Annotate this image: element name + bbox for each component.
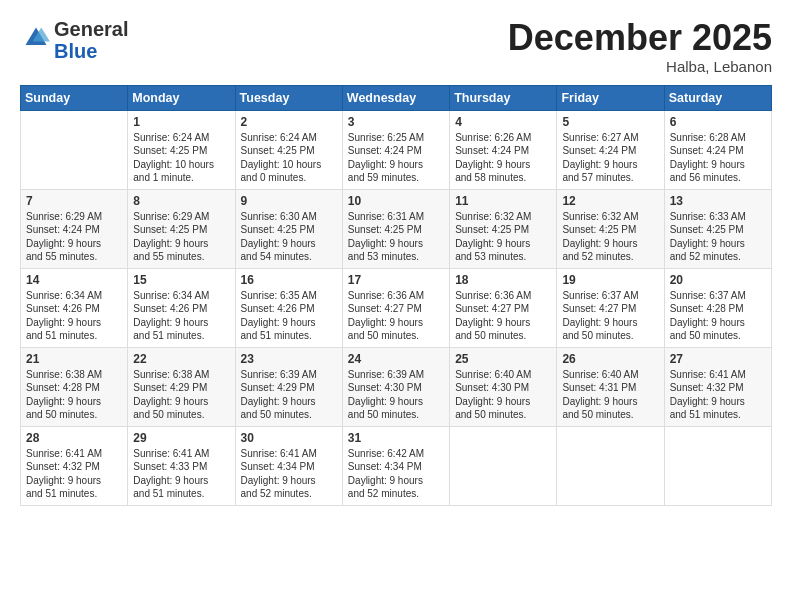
logo: General Blue <box>20 18 128 62</box>
calendar-cell: 5Sunrise: 6:27 AM Sunset: 4:24 PM Daylig… <box>557 110 664 189</box>
day-number: 31 <box>348 431 444 445</box>
page: General Blue December 2025 Halba, Lebano… <box>0 0 792 612</box>
calendar-cell: 26Sunrise: 6:40 AM Sunset: 4:31 PM Dayli… <box>557 347 664 426</box>
day-info: Sunrise: 6:24 AM Sunset: 4:25 PM Dayligh… <box>241 131 337 185</box>
day-info: Sunrise: 6:39 AM Sunset: 4:30 PM Dayligh… <box>348 368 444 422</box>
calendar-cell: 19Sunrise: 6:37 AM Sunset: 4:27 PM Dayli… <box>557 268 664 347</box>
day-info: Sunrise: 6:38 AM Sunset: 4:28 PM Dayligh… <box>26 368 122 422</box>
location-subtitle: Halba, Lebanon <box>508 58 772 75</box>
calendar-cell <box>557 426 664 505</box>
calendar-week-3: 14Sunrise: 6:34 AM Sunset: 4:26 PM Dayli… <box>21 268 772 347</box>
calendar-cell: 14Sunrise: 6:34 AM Sunset: 4:26 PM Dayli… <box>21 268 128 347</box>
day-info: Sunrise: 6:24 AM Sunset: 4:25 PM Dayligh… <box>133 131 229 185</box>
calendar-cell <box>21 110 128 189</box>
day-info: Sunrise: 6:41 AM Sunset: 4:33 PM Dayligh… <box>133 447 229 501</box>
day-number: 3 <box>348 115 444 129</box>
calendar-cell: 12Sunrise: 6:32 AM Sunset: 4:25 PM Dayli… <box>557 189 664 268</box>
calendar-cell <box>664 426 771 505</box>
day-info: Sunrise: 6:41 AM Sunset: 4:32 PM Dayligh… <box>26 447 122 501</box>
day-number: 30 <box>241 431 337 445</box>
day-info: Sunrise: 6:41 AM Sunset: 4:32 PM Dayligh… <box>670 368 766 422</box>
day-number: 7 <box>26 194 122 208</box>
col-friday: Friday <box>557 85 664 110</box>
col-wednesday: Wednesday <box>342 85 449 110</box>
day-number: 28 <box>26 431 122 445</box>
day-info: Sunrise: 6:38 AM Sunset: 4:29 PM Dayligh… <box>133 368 229 422</box>
col-tuesday: Tuesday <box>235 85 342 110</box>
calendar-cell: 2Sunrise: 6:24 AM Sunset: 4:25 PM Daylig… <box>235 110 342 189</box>
day-number: 9 <box>241 194 337 208</box>
day-number: 6 <box>670 115 766 129</box>
day-number: 14 <box>26 273 122 287</box>
day-info: Sunrise: 6:27 AM Sunset: 4:24 PM Dayligh… <box>562 131 658 185</box>
day-number: 11 <box>455 194 551 208</box>
calendar-cell: 13Sunrise: 6:33 AM Sunset: 4:25 PM Dayli… <box>664 189 771 268</box>
calendar-cell: 30Sunrise: 6:41 AM Sunset: 4:34 PM Dayli… <box>235 426 342 505</box>
day-number: 2 <box>241 115 337 129</box>
logo-general-text: General <box>54 18 128 40</box>
calendar-cell: 21Sunrise: 6:38 AM Sunset: 4:28 PM Dayli… <box>21 347 128 426</box>
day-number: 25 <box>455 352 551 366</box>
day-info: Sunrise: 6:36 AM Sunset: 4:27 PM Dayligh… <box>455 289 551 343</box>
day-number: 24 <box>348 352 444 366</box>
day-info: Sunrise: 6:32 AM Sunset: 4:25 PM Dayligh… <box>562 210 658 264</box>
day-number: 4 <box>455 115 551 129</box>
calendar-cell: 8Sunrise: 6:29 AM Sunset: 4:25 PM Daylig… <box>128 189 235 268</box>
header: General Blue December 2025 Halba, Lebano… <box>20 18 772 75</box>
day-number: 17 <box>348 273 444 287</box>
day-info: Sunrise: 6:37 AM Sunset: 4:27 PM Dayligh… <box>562 289 658 343</box>
day-info: Sunrise: 6:34 AM Sunset: 4:26 PM Dayligh… <box>133 289 229 343</box>
day-number: 20 <box>670 273 766 287</box>
day-info: Sunrise: 6:29 AM Sunset: 4:25 PM Dayligh… <box>133 210 229 264</box>
col-sunday: Sunday <box>21 85 128 110</box>
day-number: 12 <box>562 194 658 208</box>
calendar-cell: 27Sunrise: 6:41 AM Sunset: 4:32 PM Dayli… <box>664 347 771 426</box>
day-number: 18 <box>455 273 551 287</box>
calendar-cell: 31Sunrise: 6:42 AM Sunset: 4:34 PM Dayli… <box>342 426 449 505</box>
day-number: 21 <box>26 352 122 366</box>
calendar-cell: 22Sunrise: 6:38 AM Sunset: 4:29 PM Dayli… <box>128 347 235 426</box>
calendar-cell: 18Sunrise: 6:36 AM Sunset: 4:27 PM Dayli… <box>450 268 557 347</box>
day-info: Sunrise: 6:31 AM Sunset: 4:25 PM Dayligh… <box>348 210 444 264</box>
calendar-cell <box>450 426 557 505</box>
calendar-cell: 1Sunrise: 6:24 AM Sunset: 4:25 PM Daylig… <box>128 110 235 189</box>
calendar-cell: 17Sunrise: 6:36 AM Sunset: 4:27 PM Dayli… <box>342 268 449 347</box>
day-info: Sunrise: 6:26 AM Sunset: 4:24 PM Dayligh… <box>455 131 551 185</box>
calendar-cell: 3Sunrise: 6:25 AM Sunset: 4:24 PM Daylig… <box>342 110 449 189</box>
calendar-week-4: 21Sunrise: 6:38 AM Sunset: 4:28 PM Dayli… <box>21 347 772 426</box>
day-info: Sunrise: 6:28 AM Sunset: 4:24 PM Dayligh… <box>670 131 766 185</box>
day-number: 16 <box>241 273 337 287</box>
day-info: Sunrise: 6:32 AM Sunset: 4:25 PM Dayligh… <box>455 210 551 264</box>
month-title: December 2025 <box>508 18 772 58</box>
day-number: 5 <box>562 115 658 129</box>
day-number: 29 <box>133 431 229 445</box>
day-info: Sunrise: 6:34 AM Sunset: 4:26 PM Dayligh… <box>26 289 122 343</box>
calendar-cell: 7Sunrise: 6:29 AM Sunset: 4:24 PM Daylig… <box>21 189 128 268</box>
day-number: 13 <box>670 194 766 208</box>
day-number: 22 <box>133 352 229 366</box>
calendar-cell: 23Sunrise: 6:39 AM Sunset: 4:29 PM Dayli… <box>235 347 342 426</box>
day-info: Sunrise: 6:40 AM Sunset: 4:30 PM Dayligh… <box>455 368 551 422</box>
logo-blue-text: Blue <box>54 40 97 62</box>
calendar-table: Sunday Monday Tuesday Wednesday Thursday… <box>20 85 772 506</box>
calendar-cell: 28Sunrise: 6:41 AM Sunset: 4:32 PM Dayli… <box>21 426 128 505</box>
day-info: Sunrise: 6:42 AM Sunset: 4:34 PM Dayligh… <box>348 447 444 501</box>
calendar-week-2: 7Sunrise: 6:29 AM Sunset: 4:24 PM Daylig… <box>21 189 772 268</box>
day-number: 15 <box>133 273 229 287</box>
day-info: Sunrise: 6:40 AM Sunset: 4:31 PM Dayligh… <box>562 368 658 422</box>
day-info: Sunrise: 6:39 AM Sunset: 4:29 PM Dayligh… <box>241 368 337 422</box>
day-info: Sunrise: 6:37 AM Sunset: 4:28 PM Dayligh… <box>670 289 766 343</box>
calendar-week-5: 28Sunrise: 6:41 AM Sunset: 4:32 PM Dayli… <box>21 426 772 505</box>
calendar-cell: 25Sunrise: 6:40 AM Sunset: 4:30 PM Dayli… <box>450 347 557 426</box>
day-info: Sunrise: 6:33 AM Sunset: 4:25 PM Dayligh… <box>670 210 766 264</box>
day-number: 10 <box>348 194 444 208</box>
day-info: Sunrise: 6:29 AM Sunset: 4:24 PM Dayligh… <box>26 210 122 264</box>
calendar-header-row: Sunday Monday Tuesday Wednesday Thursday… <box>21 85 772 110</box>
day-number: 26 <box>562 352 658 366</box>
day-info: Sunrise: 6:36 AM Sunset: 4:27 PM Dayligh… <box>348 289 444 343</box>
calendar-cell: 9Sunrise: 6:30 AM Sunset: 4:25 PM Daylig… <box>235 189 342 268</box>
day-info: Sunrise: 6:25 AM Sunset: 4:24 PM Dayligh… <box>348 131 444 185</box>
day-number: 27 <box>670 352 766 366</box>
calendar-cell: 24Sunrise: 6:39 AM Sunset: 4:30 PM Dayli… <box>342 347 449 426</box>
calendar-cell: 16Sunrise: 6:35 AM Sunset: 4:26 PM Dayli… <box>235 268 342 347</box>
